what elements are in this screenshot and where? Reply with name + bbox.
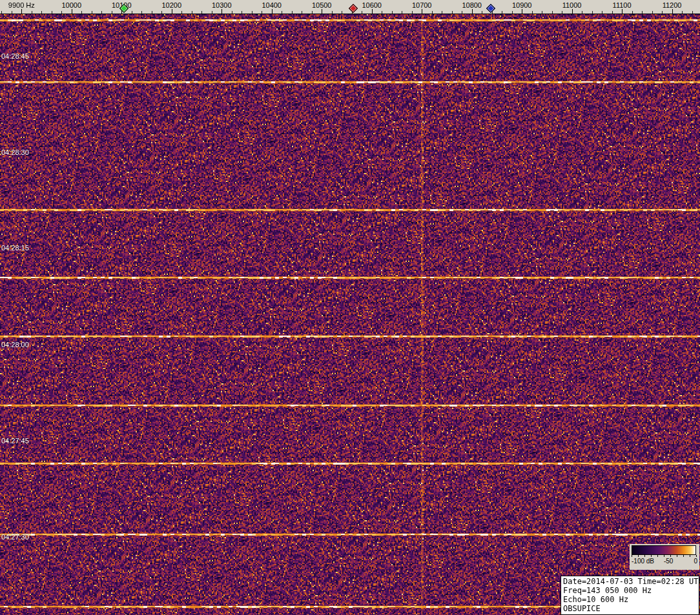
ruler-minor-tick: [232, 11, 232, 14]
ruler-minor-tick: [642, 11, 643, 14]
blue-diamond-marker[interactable]: [486, 4, 495, 13]
colorbar-tick: [638, 555, 639, 557]
info-echo-line: Echo=10 600 Hz: [563, 595, 697, 604]
colorbar-labels: -100 dB -50 0: [632, 558, 697, 566]
ruler-minor-tick: [262, 11, 262, 14]
freq-tick-label: 11200: [663, 1, 682, 9]
colorbar-mid-label: -50: [664, 558, 673, 565]
ruler-minor-tick: [141, 11, 142, 14]
spectrogram-viewer: 9900 Hz100001010010200103001040010500106…: [0, 0, 700, 615]
colorbar-tick: [644, 555, 645, 557]
ruler-minor-tick: [462, 11, 462, 14]
freq-tick-label: 11000: [562, 1, 582, 9]
freq-tick-label: 11100: [613, 1, 632, 9]
ruler-minor-tick: [582, 11, 582, 14]
ruler-minor-tick: [502, 11, 502, 14]
colorbar-tick: [690, 555, 690, 557]
ruler-major-tick: [572, 9, 573, 14]
colorbar-panel: -100 dB -50 0: [630, 544, 699, 570]
freq-tick-label: 10300: [212, 1, 232, 9]
ruler-minor-tick: [612, 11, 613, 14]
ruler-minor-tick: [201, 11, 202, 14]
ruler-minor-tick: [252, 11, 252, 14]
colorbar-tick: [651, 555, 652, 557]
colorbar-min-label: -100 dB: [632, 558, 654, 565]
ruler-minor-tick: [602, 11, 602, 14]
ruler-minor-tick: [92, 11, 92, 14]
ruler-minor-tick: [132, 11, 132, 14]
ruler-minor-tick: [692, 11, 693, 14]
freq-tick-label: 10500: [312, 1, 332, 9]
ruler-minor-tick: [212, 11, 212, 14]
freq-tick-label: 10700: [412, 1, 432, 9]
ruler-major-tick: [472, 9, 473, 14]
frequency-ruler: 9900 Hz100001010010200103001040010500106…: [0, 0, 700, 14]
time-tick-label: 04:27:45: [1, 437, 29, 445]
ruler-minor-tick: [152, 11, 152, 14]
ruler-minor-tick: [432, 11, 433, 14]
time-tick-label: 04:28:00: [1, 341, 29, 348]
ruler-minor-tick: [332, 11, 333, 14]
ruler-minor-tick: [52, 11, 52, 14]
ruler-major-tick: [672, 9, 673, 14]
ruler-minor-tick: [312, 11, 313, 14]
ruler-minor-tick: [101, 11, 102, 14]
info-date-line: Date=2014-07-03 Time=02:28 UTC: [563, 577, 697, 586]
time-tick-label: 04:28:45: [1, 52, 29, 60]
ruler-major-tick: [422, 9, 422, 14]
ruler-minor-tick: [442, 11, 442, 14]
ruler-major-tick: [221, 9, 222, 14]
time-tick-label: 04:28:30: [1, 148, 29, 156]
time-tick-label: 04:27:30: [1, 533, 29, 541]
ruler-minor-tick: [1, 11, 2, 14]
red-diamond-marker[interactable]: [349, 4, 358, 13]
ruler-minor-tick: [81, 11, 82, 14]
ruler-major-tick: [622, 9, 623, 14]
ruler-minor-tick: [282, 11, 282, 14]
freq-tick-label: 9900 Hz: [8, 1, 35, 9]
freq-tick-label: 10800: [462, 1, 482, 9]
ruler-minor-tick: [362, 11, 362, 14]
ruler-minor-tick: [592, 11, 593, 14]
ruler-minor-tick: [542, 11, 542, 14]
ruler-minor-tick: [161, 11, 162, 14]
ruler-major-tick: [522, 9, 522, 14]
ruler-major-tick: [72, 9, 72, 14]
freq-tick-label: 10000: [62, 1, 82, 9]
ruler-major-tick: [372, 9, 373, 14]
freq-tick-label: 10200: [162, 1, 182, 9]
ruler-minor-tick: [402, 11, 402, 14]
ruler-minor-tick: [552, 11, 553, 14]
ruler-minor-tick: [192, 11, 192, 14]
ruler-minor-tick: [382, 11, 382, 14]
colorbar-tick: [683, 555, 684, 557]
ruler-major-tick: [21, 9, 22, 14]
ruler-major-tick: [172, 9, 172, 14]
colorbar-tick: [632, 555, 632, 557]
ruler-minor-tick: [482, 11, 482, 14]
ruler-minor-tick: [342, 11, 342, 14]
ruler-minor-tick: [12, 11, 12, 14]
ruler-major-tick: [322, 9, 322, 14]
ruler-minor-tick: [662, 11, 663, 14]
ruler-minor-tick: [532, 11, 533, 14]
observation-info-box: Date=2014-07-03 Time=02:28 UTC Freq=143 …: [561, 576, 699, 615]
colorbar-tick: [657, 555, 658, 557]
ruler-minor-tick: [292, 11, 293, 14]
freq-tick-label: 10900: [512, 1, 532, 9]
time-tick-label: 04:28:15: [1, 244, 29, 252]
colorbar-gradient: [632, 545, 696, 555]
ruler-minor-tick: [302, 11, 302, 14]
freq-tick-label: 10600: [362, 1, 382, 9]
ruler-minor-tick: [452, 11, 453, 14]
ruler-minor-tick: [181, 11, 182, 14]
info-freq-line: Freq=143 050 000 Hz: [563, 586, 697, 595]
colorbar-tick: [664, 555, 664, 557]
colorbar-tick: [670, 555, 671, 557]
ruler-minor-tick: [242, 11, 242, 14]
ruler-major-tick: [272, 9, 273, 14]
ruler-minor-tick: [652, 11, 653, 14]
spectrogram-canvas: [0, 14, 700, 615]
ruler-minor-tick: [682, 11, 683, 14]
ruler-minor-tick: [562, 11, 562, 14]
